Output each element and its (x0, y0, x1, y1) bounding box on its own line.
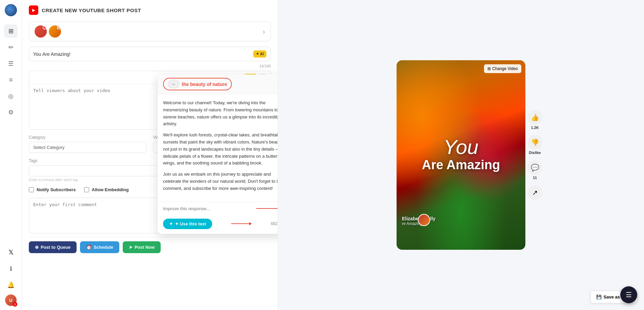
share-action[interactable]: ↗ (527, 185, 542, 200)
comment-icon: 💬 (527, 160, 542, 175)
video-text-line2: Are Amazing (422, 157, 500, 173)
change-video-icon: ⊞ (487, 66, 491, 71)
schedule-label: Schedule (94, 245, 113, 250)
left-panel: ▶ CREATE NEW YOUTUBE SHORT POST 1 ▶ › ✦ … (22, 0, 278, 310)
back-arrow-icon: ← (172, 82, 176, 87)
post-now-button[interactable]: ➤ Post Now (123, 241, 161, 253)
dashboard-icon: ⊞ (8, 27, 14, 35)
video-actions: 👍 1.2K 👎 Dislike 💬 11 ↗ (527, 110, 542, 200)
chat-fab-icon: ☰ (626, 291, 632, 299)
dislike-action[interactable]: 👎 Dislike (527, 135, 542, 155)
ai-button[interactable]: ✦ AI (253, 50, 266, 58)
title-input[interactable] (33, 51, 253, 57)
dislike-label: Dislike (529, 151, 541, 155)
account-chevron: › (263, 28, 265, 36)
feed-icon: ≡ (9, 76, 13, 84)
use-text-label: ✦ Use this text (175, 221, 206, 226)
title-input-wrapper: ✦ AI (29, 47, 271, 61)
schedule-button[interactable]: ⏰ Schedule (80, 241, 119, 253)
notify-subscribers-checkbox[interactable]: Notify Subscribers (29, 187, 76, 192)
sidebar-item-notifications[interactable]: 🔔 (4, 278, 18, 292)
video-overlay-text: You Are Amazing (422, 137, 500, 173)
ai-dropdown-back-button[interactable]: ← (168, 80, 180, 88)
ai-content-para-1: Welcome to our channel! Today, we're div… (163, 99, 278, 128)
video-preview: ⊞ Change Video You Are Amazing Elizabeth… (397, 60, 525, 250)
category-label: Category (29, 135, 146, 140)
account-notification: 1 (43, 25, 47, 29)
category-select[interactable]: Select Category Entertainment Education … (29, 142, 146, 153)
like-icon: 👍 (527, 110, 542, 125)
page-header: ▶ CREATE NEW YOUTUBE SHORT POST (29, 5, 271, 15)
dislike-icon: 👎 (527, 135, 542, 150)
sidebar-item-feed[interactable]: ≡ (4, 73, 18, 87)
right-panel: ⊞ Change Video You Are Amazing Elizabeth… (278, 0, 644, 310)
bottom-bar: ⊕ Post to Queue ⏰ Schedule ➤ Post Now (29, 237, 271, 257)
radar-icon: ◎ (8, 92, 14, 100)
change-video-label: Change Video (492, 66, 518, 71)
user-avatar[interactable]: U 1 (5, 294, 17, 306)
video-thumbnail: You Are Amazing Elizabeth Kelly re Amazi… (397, 60, 525, 250)
ai-dropdown-header: ← the beauty of nature ↻ (158, 74, 278, 94)
comment-count: 11 (533, 176, 537, 180)
info-icon: ℹ (10, 265, 12, 272)
video-text-line1: You (422, 137, 500, 157)
calendar-icon: ☰ (8, 60, 14, 67)
char-count: 16/100 (29, 64, 271, 68)
change-video-button[interactable]: ⊞ Change Video (484, 64, 521, 73)
ai-content-para-2: We'll explore lush forests, crystal-clea… (163, 132, 278, 167)
account-avatar-1: 1 (35, 25, 47, 38)
account-avatar-2: ▶ (49, 25, 61, 38)
page-title: CREATE NEW YOUTUBE SHORT POST (42, 7, 141, 13)
save-draft-icon: 💾 (596, 294, 602, 300)
use-text-icon: ✦ (169, 221, 173, 226)
like-count: 1.2K (531, 126, 539, 130)
allow-embedding-checkbox[interactable]: Allow Embedding (84, 187, 129, 192)
sidebar-item-calendar[interactable]: ☰ (4, 57, 18, 70)
sidebar-item-twitter[interactable]: 𝕏 (4, 246, 18, 259)
allow-embedding-label: Allow Embedding (92, 187, 129, 192)
ai-dropdown: ← the beauty of nature ↻ Welcome to our … (158, 74, 278, 234)
notify-checkbox-input[interactable] (29, 187, 34, 192)
account-avatars: 1 ▶ (35, 25, 61, 38)
notification-badge: 1 (13, 302, 17, 307)
queue-icon: ⊕ (35, 245, 39, 250)
bell-icon: 🔔 (7, 281, 15, 289)
like-action[interactable]: 👍 1.2K (527, 110, 542, 130)
main-content: ▶ CREATE NEW YOUTUBE SHORT POST 1 ▶ › ✦ … (22, 0, 644, 310)
ai-dropdown-footer: ↵ (158, 202, 278, 215)
improve-input[interactable] (163, 206, 256, 211)
twitter-icon: 𝕏 (8, 249, 14, 256)
avatar-initials: U (9, 298, 12, 303)
ai-dropdown-topic: the beauty of nature (182, 82, 227, 87)
video-author: Elizabeth Kelly re Amazing! (402, 216, 436, 226)
settings-icon: ⚙ (8, 109, 14, 116)
notify-subscribers-label: Notify Subscribers (37, 187, 76, 192)
ai-badge-label: ✦ AI (256, 52, 264, 56)
compose-icon: ✏ (8, 44, 14, 51)
comment-action[interactable]: 💬 11 (527, 160, 542, 180)
chat-fab-button[interactable]: ☰ (620, 286, 637, 303)
schedule-icon: ⏰ (86, 245, 92, 250)
post-icon: ➤ (129, 245, 133, 250)
sidebar-item-compose[interactable]: ✏ (4, 41, 18, 54)
sidebar-item-settings[interactable]: ⚙ (4, 106, 18, 119)
sidebar-item-radar[interactable]: ◎ (4, 89, 18, 103)
ai-dropdown-back-wrapper: ← the beauty of nature (163, 78, 232, 90)
category-group: Category Select Category Entertainment E… (29, 135, 146, 153)
sidebar-item-dashboard[interactable]: ⊞ (4, 24, 18, 38)
account-notification-2: ▶ (57, 25, 61, 29)
app-logo (5, 4, 17, 16)
post-to-queue-button[interactable]: ⊕ Post to Queue (29, 241, 77, 253)
embedding-checkbox-input[interactable] (84, 187, 89, 192)
sidebar-item-info[interactable]: ℹ (4, 262, 18, 275)
ai-content-para-3: Join us as we embark on this journey to … (163, 171, 278, 192)
sidebar: ⊞ ✏ ☰ ≡ ◎ ⚙ 𝕏 ℹ 🔔 U 1 (0, 0, 22, 310)
share-icon: ↗ (527, 185, 542, 200)
account-selector[interactable]: 1 ▶ › (29, 22, 271, 41)
ai-dropdown-content: Welcome to our channel! Today, we're div… (158, 94, 278, 202)
use-text-button[interactable]: ✦ ✦ Use this text (163, 219, 212, 229)
post-label: Post Now (135, 245, 155, 250)
word-count: 682/5000 (271, 221, 278, 226)
ai-dropdown-actions: ✦ ✦ Use this text 682/5000 (158, 215, 278, 234)
youtube-icon: ▶ (29, 5, 38, 15)
